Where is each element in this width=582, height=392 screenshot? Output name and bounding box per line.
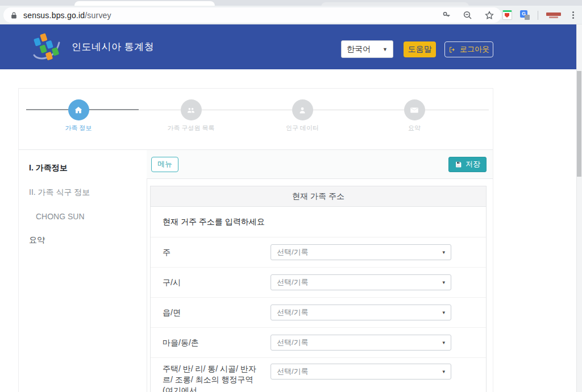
address-form-card: 현재 가족 주소 현재 거주 주소를 입력하세요 주 선택/기록 ▾ 구/시 xyxy=(150,186,487,392)
help-button[interactable]: 도움말 xyxy=(404,41,436,57)
chevron-down-icon: ▾ xyxy=(442,280,445,285)
lock-icon xyxy=(10,11,18,19)
form-row-subdistrict: 읍/면 선택/기록 ▾ xyxy=(151,298,486,328)
menu-button[interactable]: 메뉴 xyxy=(151,157,178,172)
form-intro-text: 현재 거주 주소를 입력하세요 xyxy=(151,207,486,237)
province-select[interactable]: 선택/기록 ▾ xyxy=(271,244,451,260)
sidebar-item-family-member-info[interactable]: II. 가족 식구 정보 xyxy=(29,182,147,203)
app-header: 인도네시아 통계청 한국어 ▼ 도움말 로그아웃 xyxy=(0,24,576,69)
envelope-icon xyxy=(409,105,419,115)
step-family-info[interactable]: 가족 정보 xyxy=(39,99,118,132)
chevron-down-icon: ▾ xyxy=(442,310,445,315)
page-scrollbar[interactable] xyxy=(576,24,582,392)
app-title: 인도네시아 통계청 xyxy=(72,40,154,53)
field-label: 구/시 xyxy=(163,277,271,288)
save-button[interactable]: 저장 xyxy=(448,157,487,172)
home-icon xyxy=(73,105,84,115)
language-select[interactable]: 한국어 ▼ xyxy=(341,40,393,58)
sidebar-item-family-info[interactable]: I. 가족정보 xyxy=(29,158,147,178)
translate-extension-icon[interactable]: G xyxy=(520,10,530,20)
village-select[interactable]: 선택/기록 ▾ xyxy=(271,335,451,351)
step-population-data[interactable]: 인구 데이터 xyxy=(263,99,342,132)
section-sidebar: I. 가족정보 II. 가족 식구 정보 CHONG SUN 요약 xyxy=(19,150,147,392)
bookmark-star-icon[interactable] xyxy=(484,10,494,20)
survey-card: 가족 정보 가족 구성원 목록 인구 데이터 요약 xyxy=(18,88,493,392)
card-title: 현재 가족 주소 xyxy=(151,186,486,207)
chevron-down-icon: ▾ xyxy=(442,249,445,255)
select-placeholder: 선택/기록 xyxy=(277,307,309,318)
floppy-save-icon xyxy=(455,161,462,168)
subdistrict-select[interactable]: 선택/기록 ▾ xyxy=(271,305,451,320)
browser-tab-strip xyxy=(0,0,582,6)
page-background: 가족 정보 가족 구성원 목록 인구 데이터 요약 xyxy=(0,69,576,392)
logout-label: 로그아웃 xyxy=(460,44,489,55)
step-summary[interactable]: 요약 xyxy=(375,99,454,132)
form-row-village: 마을/동/촌 선택/기록 ▾ xyxy=(151,328,486,358)
chevron-down-icon: ▾ xyxy=(442,369,445,374)
key-icon[interactable] xyxy=(441,10,451,20)
form-row-district-city: 구/시 선택/기록 ▾ xyxy=(151,268,486,298)
zoom-out-icon[interactable] xyxy=(463,10,473,20)
scrollbar-thumb[interactable] xyxy=(577,71,581,177)
url-bar[interactable]: sensus.bps.go.id/survey xyxy=(3,7,501,23)
select-placeholder: 선택/기록 xyxy=(277,337,309,348)
chevron-down-icon: ▼ xyxy=(383,47,388,52)
select-placeholder: 선택/기록 xyxy=(277,277,309,287)
logout-icon xyxy=(448,46,456,53)
logout-button[interactable]: 로그아웃 xyxy=(444,41,493,57)
wizard-stepper: 가족 정보 가족 구성원 목록 인구 데이터 요약 xyxy=(19,89,493,150)
chevron-down-icon: ▾ xyxy=(442,340,445,345)
shield-extension-icon[interactable] xyxy=(502,10,512,20)
sidebar-item-chong-sun[interactable]: CHONG SUN xyxy=(29,207,147,226)
field-label: 주 xyxy=(163,247,271,258)
form-row-province: 주 선택/기록 ▾ xyxy=(151,237,486,268)
select-placeholder: 선택/기록 xyxy=(277,247,309,257)
field-label: 주택/ 반/ 리/ 통/ 시골/ 반자르/ 조롱/ 최소의 행정구역(여기에서 xyxy=(163,364,271,392)
panel-toolbar: 메뉴 저장 xyxy=(147,150,493,179)
browser-menu-icon[interactable] xyxy=(569,10,577,20)
field-label: 읍/면 xyxy=(163,307,271,318)
toolbar-divider xyxy=(538,11,538,20)
form-row-smallest-admin-unit: 주택/ 반/ 리/ 통/ 시골/ 반자르/ 조롱/ 최소의 행정구역(여기에서 … xyxy=(151,358,486,392)
step-family-members[interactable]: 가족 구성원 목록 xyxy=(151,99,231,132)
smallest-admin-unit-select[interactable]: 선택/기록 ▾ xyxy=(271,364,451,380)
field-label: 마을/동/촌 xyxy=(163,337,271,348)
language-selected-value: 한국어 xyxy=(347,44,371,55)
users-icon xyxy=(186,105,196,115)
url-text: sensus.bps.go.id/survey xyxy=(23,11,111,20)
district-city-select[interactable]: 선택/기록 ▾ xyxy=(271,274,451,290)
wordmark-extension-icon[interactable] xyxy=(546,12,561,18)
sidebar-item-summary[interactable]: 요약 xyxy=(29,230,147,251)
save-label: 저장 xyxy=(465,159,480,169)
user-icon xyxy=(297,105,307,115)
select-placeholder: 선택/기록 xyxy=(277,366,309,377)
browser-toolbar: sensus.bps.go.id/survey G xyxy=(0,6,582,24)
bps-logo-icon xyxy=(30,30,63,63)
